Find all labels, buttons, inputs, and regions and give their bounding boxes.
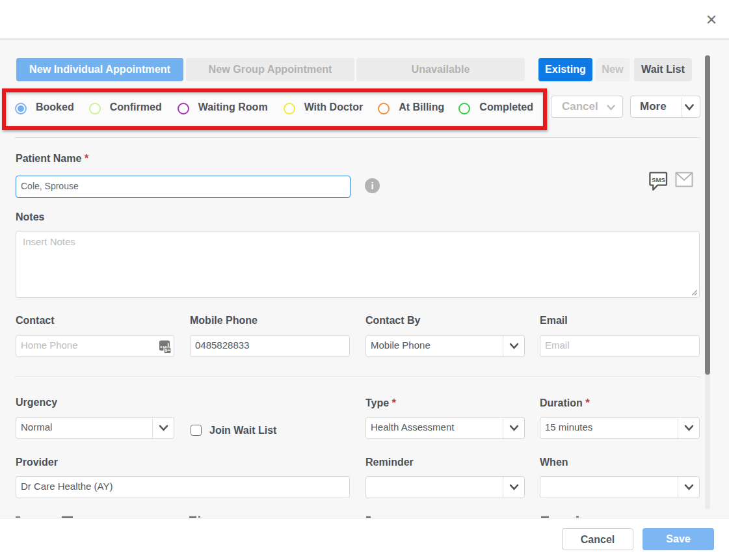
svg-text:SMS: SMS	[652, 176, 665, 183]
svg-text:9+: 9+	[165, 347, 170, 353]
